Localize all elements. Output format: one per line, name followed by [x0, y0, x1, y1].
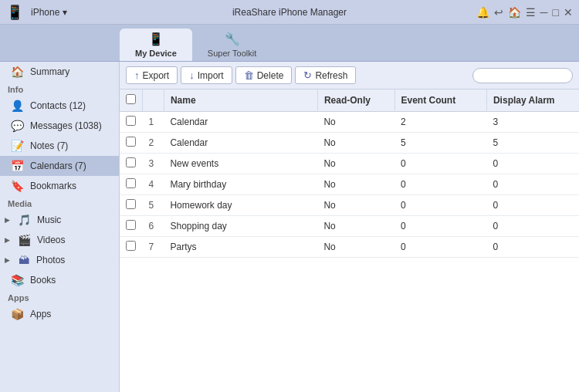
- table-row: 1 Calendar No 2 3: [120, 112, 579, 133]
- row-eventcount: 2: [394, 112, 486, 133]
- search-input[interactable]: [479, 71, 579, 80]
- search-box[interactable]: 🔍: [472, 68, 573, 83]
- sidebar-item-notes[interactable]: 📝 Notes (7): [0, 136, 119, 156]
- row-readonly: No: [317, 237, 394, 258]
- sidebar-apps-label: Apps: [30, 309, 51, 319]
- import-label: Import: [198, 70, 224, 81]
- delete-button[interactable]: 🗑 Delete: [235, 66, 293, 84]
- sidebar-summary-label: Summary: [30, 66, 69, 77]
- music-arrow-icon: ▶: [5, 216, 10, 224]
- refresh-button[interactable]: ↻ Refresh: [295, 66, 356, 84]
- row-alarm: 0: [486, 154, 579, 174]
- sidebar-item-messages[interactable]: 💬 Messages (1038): [0, 116, 119, 136]
- row-num: 1: [143, 112, 164, 133]
- row-checkbox-cell[interactable]: [120, 216, 143, 237]
- row-alarm: 5: [486, 133, 579, 154]
- super-toolkit-icon: 🔧: [225, 32, 240, 46]
- row-num: 6: [143, 216, 164, 237]
- row-name: Calendar: [164, 112, 317, 133]
- row-checkbox[interactable]: [126, 137, 136, 147]
- row-checkbox[interactable]: [126, 199, 136, 209]
- import-button[interactable]: ↓ Import: [181, 66, 232, 84]
- import-icon: ↓: [189, 69, 195, 81]
- row-name: Mary birthday: [164, 174, 317, 195]
- table-row: 6 Shopping day No 0 0: [120, 216, 579, 237]
- photos-arrow-icon: ▶: [5, 256, 10, 264]
- maximize-icon[interactable]: □: [553, 6, 559, 19]
- row-checkbox-cell[interactable]: [120, 195, 143, 216]
- row-alarm: 0: [486, 174, 579, 195]
- sidebar-books-label: Books: [30, 275, 56, 286]
- row-readonly: No: [317, 133, 394, 154]
- table-row: 3 New events No 0 0: [120, 154, 579, 174]
- row-checkbox[interactable]: [126, 220, 136, 230]
- minimize-icon[interactable]: ─: [540, 6, 548, 19]
- row-checkbox-cell[interactable]: [120, 112, 143, 133]
- row-readonly: No: [317, 216, 394, 237]
- tab-my-device[interactable]: 📱 My Device: [120, 29, 192, 61]
- sidebar-item-videos[interactable]: ▶ 🎬 Videos: [0, 230, 119, 250]
- sidebar-item-apps[interactable]: 📦 Apps: [0, 304, 119, 324]
- sidebar-messages-label: Messages (1038): [30, 120, 102, 131]
- table-body: 1 Calendar No 2 3 2 Calendar No 5 5 3 Ne…: [120, 112, 579, 258]
- bookmarks-icon: 🔖: [11, 180, 24, 192]
- messages-icon: 💬: [11, 120, 24, 132]
- device-dropdown[interactable]: iPhone ▾: [31, 7, 67, 18]
- row-eventcount: 0: [394, 174, 486, 195]
- sidebar-bookmarks-label: Bookmarks: [30, 181, 76, 191]
- sidebar-section-apps: Apps: [0, 290, 119, 304]
- summary-icon: 🏠: [11, 66, 24, 78]
- sidebar-notes-label: Notes (7): [30, 140, 68, 151]
- sidebar-item-calendars[interactable]: 📅 Calendars (7): [0, 156, 119, 176]
- videos-arrow-icon: ▶: [5, 236, 10, 244]
- sidebar-item-contacts[interactable]: 👤 Contacts (12): [0, 96, 119, 116]
- table-row: 2 Calendar No 5 5: [120, 133, 579, 154]
- calendars-icon: 📅: [11, 160, 24, 172]
- contacts-icon: 👤: [11, 100, 24, 112]
- window-controls: 🔔 ↩ 🏠 ☰ ─ □ ✕: [476, 6, 573, 19]
- row-eventcount: 0: [394, 237, 486, 258]
- col-header-readonly: Read-Only: [317, 90, 394, 112]
- row-checkbox[interactable]: [126, 116, 136, 126]
- row-name: Calendar: [164, 133, 317, 154]
- title-bar: 📱 iPhone ▾ iReaShare iPhone Manager 🔔 ↩ …: [0, 0, 579, 25]
- notify-icon[interactable]: 🔔: [476, 6, 489, 19]
- delete-icon: 🗑: [244, 69, 254, 81]
- row-checkbox-cell[interactable]: [120, 154, 143, 174]
- back-icon[interactable]: ↩: [494, 6, 503, 19]
- col-header-name: Name: [164, 90, 317, 112]
- sidebar-item-books[interactable]: 📚 Books: [0, 270, 119, 290]
- row-checkbox[interactable]: [126, 178, 136, 188]
- sidebar-item-bookmarks[interactable]: 🔖 Bookmarks: [0, 176, 119, 196]
- home-icon[interactable]: 🏠: [508, 6, 521, 19]
- menu-icon[interactable]: ☰: [526, 6, 536, 19]
- select-all-checkbox[interactable]: [126, 94, 136, 104]
- export-button[interactable]: ↑ Export: [126, 66, 178, 84]
- row-checkbox-cell[interactable]: [120, 133, 143, 154]
- row-checkbox[interactable]: [126, 157, 136, 167]
- table-row: 4 Mary birthday No 0 0: [120, 174, 579, 195]
- row-checkbox-cell[interactable]: [120, 174, 143, 195]
- row-readonly: No: [317, 112, 394, 133]
- books-icon: 📚: [11, 274, 24, 286]
- sidebar-item-photos[interactable]: ▶ 🏔 Photos: [0, 250, 119, 270]
- sidebar-videos-label: Videos: [37, 235, 65, 245]
- col-header-num: [143, 90, 164, 112]
- row-num: 7: [143, 237, 164, 258]
- row-alarm: 0: [486, 195, 579, 216]
- sidebar-section-media: Media: [0, 196, 119, 210]
- row-checkbox[interactable]: [126, 241, 136, 251]
- sidebar-item-summary[interactable]: 🏠 Summary: [0, 62, 119, 82]
- content-area: ↑ Export ↓ Import 🗑 Delete ↻ Refresh 🔍: [120, 62, 579, 392]
- table-row: 7 Partys No 0 0: [120, 237, 579, 258]
- export-label: Export: [143, 70, 170, 81]
- tab-super-toolkit[interactable]: 🔧 Super Toolkit: [192, 29, 272, 61]
- close-icon[interactable]: ✕: [564, 6, 573, 19]
- row-alarm: 0: [486, 216, 579, 237]
- refresh-label: Refresh: [315, 70, 347, 81]
- sidebar-music-label: Music: [37, 215, 61, 225]
- sidebar-item-music[interactable]: ▶ 🎵 Music: [0, 210, 119, 230]
- row-checkbox-cell[interactable]: [120, 237, 143, 258]
- row-eventcount: 0: [394, 154, 486, 174]
- sidebar-photos-label: Photos: [36, 255, 65, 265]
